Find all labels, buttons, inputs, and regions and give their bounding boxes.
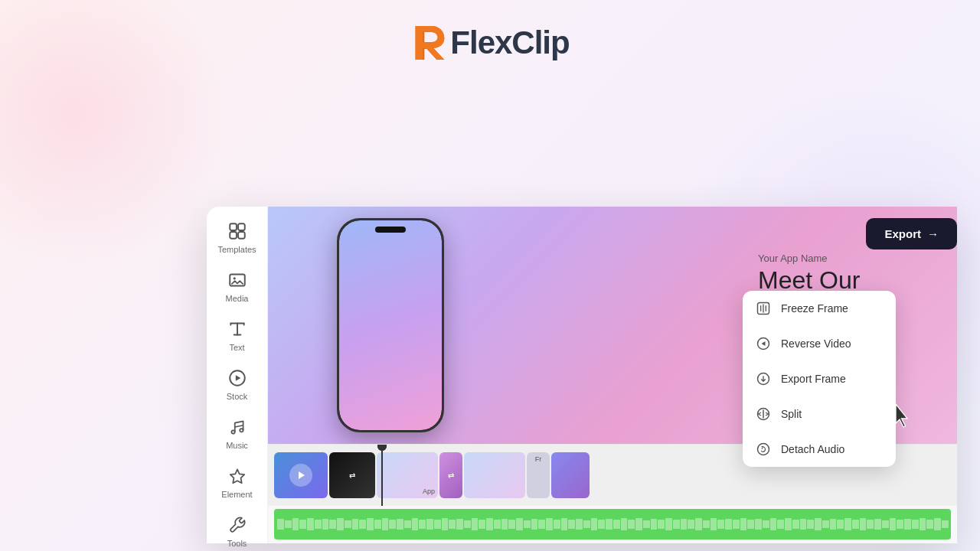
- tools-icon: [227, 514, 248, 536]
- reverse-video-icon: [755, 335, 772, 352]
- music-label: Music: [226, 441, 248, 450]
- templates-icon: [227, 220, 248, 242]
- text-label: Text: [229, 343, 244, 352]
- export-arrow-icon: →: [927, 227, 939, 240]
- export-button[interactable]: Export →: [866, 218, 957, 249]
- audio-track[interactable]: (function(){ const wv = document.querySe…: [274, 509, 951, 540]
- export-frame-label: Export Frame: [781, 373, 846, 385]
- canvas-area: Your App Name Meet Our New App This is a…: [268, 207, 957, 543]
- cursor-arrow: [892, 402, 915, 425]
- sidebar-item-element[interactable]: Element: [211, 459, 264, 505]
- audio-waveform: (function(){ const wv = document.querySe…: [274, 509, 951, 540]
- phone-screen: [339, 220, 442, 430]
- media-icon: [227, 269, 248, 291]
- sidebar-item-tools[interactable]: Tools: [211, 508, 264, 551]
- split-label: Split: [781, 408, 802, 420]
- bg-blob-pink: [0, 0, 230, 268]
- detach-audio-icon: [755, 441, 772, 458]
- svg-rect-0: [230, 223, 237, 230]
- export-frame-icon: [755, 370, 772, 387]
- phone-mockup: [337, 218, 475, 448]
- element-icon: [227, 465, 248, 487]
- freeze-frame-icon: [755, 300, 772, 317]
- timeline-clip-2[interactable]: ⇄: [329, 452, 375, 498]
- svg-point-11: [758, 444, 769, 455]
- logo-f-icon: [410, 23, 450, 63]
- sidebar-item-stock[interactable]: Stock: [211, 361, 264, 407]
- tools-label: Tools: [227, 539, 247, 548]
- templates-label: Templates: [217, 245, 256, 254]
- reverse-video-label: Reverse Video: [781, 337, 851, 350]
- sidebar-item-music[interactable]: Music: [211, 410, 264, 456]
- context-menu-reverse-video[interactable]: Reverse Video: [743, 326, 896, 361]
- timeline-clip-7[interactable]: [551, 452, 590, 498]
- context-menu-freeze-frame[interactable]: Freeze Frame: [743, 291, 896, 326]
- context-menu: Freeze Frame Reverse Video: [743, 291, 896, 467]
- logo-text: FlexClip: [450, 24, 569, 61]
- media-label: Media: [226, 294, 249, 303]
- detach-audio-label: Detach Audio: [781, 443, 844, 455]
- sidebar-item-templates[interactable]: Templates: [211, 214, 264, 260]
- app-logo: FlexClip: [410, 23, 569, 63]
- svg-rect-3: [238, 232, 245, 239]
- timeline-clip-3[interactable]: App: [377, 452, 438, 498]
- promo-app-name: Your App Name: [758, 253, 896, 264]
- context-menu-split[interactable]: Split: [743, 396, 896, 432]
- svg-rect-1: [238, 223, 245, 230]
- phone-body: [337, 218, 444, 432]
- svg-point-5: [233, 277, 235, 279]
- stock-label: Stock: [227, 392, 248, 401]
- text-icon: [227, 318, 248, 340]
- context-menu-detach-audio[interactable]: Detach Audio: [743, 432, 896, 467]
- element-label: Element: [221, 490, 252, 499]
- svg-rect-2: [230, 232, 237, 239]
- sidebar: Templates Media Text: [207, 207, 268, 543]
- export-label: Export: [884, 227, 921, 240]
- timeline-clip-1[interactable]: [274, 452, 328, 498]
- timeline-clip-4[interactable]: ⇄: [439, 452, 462, 498]
- phone-notch: [375, 227, 406, 233]
- context-menu-export-frame[interactable]: Export Frame: [743, 361, 896, 396]
- music-icon: [227, 416, 248, 438]
- timeline-playhead: [381, 445, 383, 506]
- stock-icon: [227, 367, 248, 389]
- sidebar-item-text[interactable]: Text: [211, 312, 264, 358]
- freeze-frame-label: Freeze Frame: [781, 302, 848, 315]
- split-icon: [755, 406, 772, 422]
- editor-container: Templates Media Text: [207, 207, 957, 543]
- sidebar-item-media[interactable]: Media: [211, 263, 264, 309]
- timeline-clip-5[interactable]: [464, 452, 525, 498]
- timeline-clip-6[interactable]: Fr: [527, 452, 550, 498]
